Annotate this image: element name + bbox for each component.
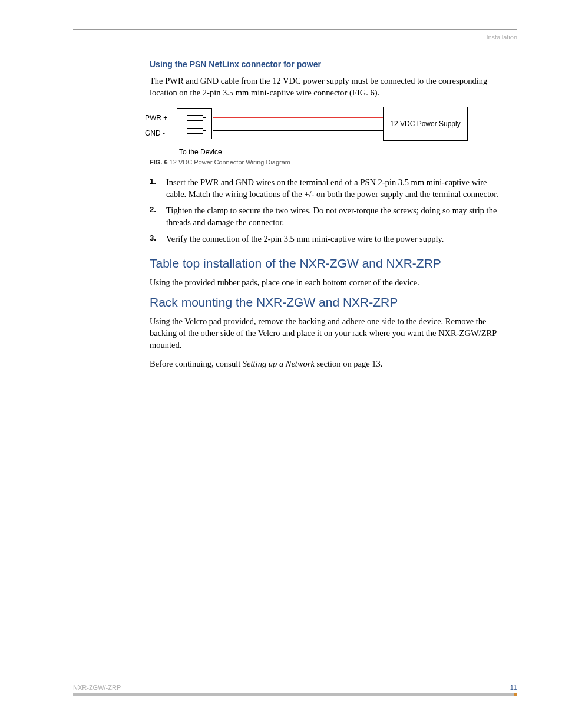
footer-doc-name: NXR-ZGW/-ZRP xyxy=(73,684,121,691)
figure-number: FIG. 6 xyxy=(150,159,168,166)
heading-tabletop: Table top installation of the NXR-ZGW an… xyxy=(150,256,503,271)
step-2: 2.Tighten the clamp to secure the two wi… xyxy=(150,205,503,228)
step-number: 3. xyxy=(150,233,166,245)
fig-label-pwr: PWR + xyxy=(145,114,167,122)
figure-6-wiring-diagram: PWR + GND - 12 VDC Power Supply To the D… xyxy=(150,107,503,154)
cross-reference: Setting up a Network xyxy=(243,359,315,368)
header-rule xyxy=(73,29,517,30)
para-text: section on page 13. xyxy=(315,359,383,368)
psu-box: 12 VDC Power Supply xyxy=(383,107,468,141)
step-text: Verify the connection of the 2-pin 3.5 m… xyxy=(166,233,444,245)
heading-rackmount: Rack mounting the NXR-ZGW and NXR-ZRP xyxy=(150,295,503,309)
page-footer: NXR-ZGW/-ZRP 11 xyxy=(73,684,517,696)
para-tabletop: Using the provided rubber pads, place on… xyxy=(150,276,503,288)
step-1: 1.Insert the PWR and GND wires on the te… xyxy=(150,176,503,200)
figure-caption-text: 12 VDC Power Connector Wiring Diagram xyxy=(168,159,290,166)
footer-page-number: 11 xyxy=(510,684,517,691)
wire-pwr-icon xyxy=(213,117,384,118)
para-text: Before continuing, consult xyxy=(150,359,243,368)
connector-icon xyxy=(177,108,212,139)
para-rackmount-1: Using the Velcro pad provided, remove th… xyxy=(150,315,503,351)
steps-list: 1.Insert the PWR and GND wires on the te… xyxy=(150,176,503,245)
figure-caption: FIG. 6 12 VDC Power Connector Wiring Dia… xyxy=(150,159,503,166)
subheading-psn-connector: Using the PSN NetLinx connector for powe… xyxy=(150,60,503,69)
header-section-label: Installation xyxy=(73,34,517,41)
fig-label-gnd: GND - xyxy=(145,129,165,137)
step-number: 1. xyxy=(150,176,166,200)
step-text: Insert the PWR and GND wires on the term… xyxy=(166,176,503,200)
footer-rule xyxy=(73,693,517,696)
fig-label-to-device: To the Device xyxy=(179,148,222,156)
para-psn-intro: The PWR and GND cable from the 12 VDC po… xyxy=(150,75,503,98)
wire-gnd-icon xyxy=(213,130,384,131)
step-number: 2. xyxy=(150,205,166,228)
step-3: 3.Verify the connection of the 2-pin 3.5… xyxy=(150,233,503,245)
step-text: Tighten the clamp to secure the two wire… xyxy=(166,205,503,228)
para-rackmount-2: Before continuing, consult Setting up a … xyxy=(150,358,503,370)
